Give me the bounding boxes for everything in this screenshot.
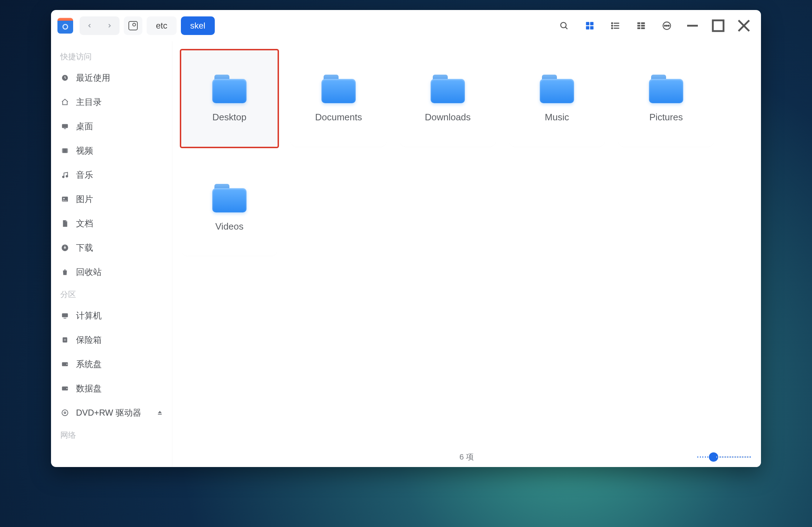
svg-rect-28: [64, 129, 66, 129]
sidebar-item-label: DVD+RW 驱动器: [76, 407, 141, 418]
status-text: 6 项: [460, 452, 474, 462]
svg-point-21: [668, 25, 669, 26]
folder-tile-desktop[interactable]: Desktop: [181, 50, 278, 147]
breadcrumb-root-disk[interactable]: [124, 16, 142, 35]
svg-rect-14: [638, 25, 640, 26]
folder-icon: [540, 75, 574, 103]
svg-point-9: [611, 22, 613, 24]
folder-icon: [649, 75, 683, 103]
music-icon: [60, 171, 70, 179]
svg-rect-23: [713, 20, 724, 31]
svg-point-45: [62, 410, 68, 416]
home-icon: [60, 98, 70, 106]
sidebar-item-label: 数据盘: [76, 383, 102, 394]
sidebar-item-label: 图片: [76, 194, 93, 205]
sidebar-section-quickaccess: 快捷访问: [51, 46, 172, 66]
clock-icon: [60, 74, 70, 82]
folder-tile-videos[interactable]: Videos: [181, 160, 278, 256]
folder-tile-pictures[interactable]: Pictures: [618, 50, 714, 147]
folder-grid: DesktopDocumentsDownloadsMusicPicturesVi…: [172, 41, 761, 288]
folder-icon: [212, 184, 247, 212]
zoom-slider[interactable]: [697, 452, 751, 462]
svg-rect-38: [64, 318, 66, 318]
folder-icon: [431, 75, 465, 103]
view-icons-button[interactable]: [579, 15, 600, 36]
svg-point-46: [64, 412, 66, 414]
folder-label: Videos: [215, 221, 243, 232]
maximize-button[interactable]: [707, 15, 729, 36]
minimize-button[interactable]: [682, 15, 703, 36]
svg-rect-5: [590, 26, 593, 29]
more-menu-button[interactable]: [656, 15, 677, 36]
svg-rect-47: [158, 414, 162, 415]
folder-label: Desktop: [212, 112, 246, 123]
folder-tile-downloads[interactable]: Downloads: [400, 50, 496, 147]
sidebar-item-systemdisk[interactable]: 系统盘: [51, 352, 172, 376]
svg-line-1: [565, 27, 568, 29]
sidebar: 快捷访问 最近使用 主目录 桌面 视频 音乐: [51, 41, 172, 467]
svg-rect-3: [590, 22, 593, 25]
folder-tile-documents[interactable]: Documents: [290, 50, 387, 147]
sidebar-item-trash[interactable]: 回收站: [51, 260, 172, 284]
titlebar: etc skel: [51, 10, 761, 41]
sidebar-item-label: 文档: [76, 218, 93, 229]
view-detail-button[interactable]: [630, 15, 652, 36]
sidebar-item-pictures[interactable]: 图片: [51, 187, 172, 211]
sidebar-item-recent[interactable]: 最近使用: [51, 66, 172, 90]
zoom-track: [697, 456, 751, 458]
close-button[interactable]: [733, 15, 755, 36]
svg-point-32: [62, 176, 64, 178]
sidebar-item-downloads[interactable]: 下载: [51, 236, 172, 260]
view-list-button[interactable]: [605, 15, 626, 36]
sidebar-item-label: 音乐: [76, 169, 93, 181]
content-area[interactable]: DesktopDocumentsDownloadsMusicPicturesVi…: [172, 41, 761, 467]
sidebar-item-documents[interactable]: 文档: [51, 211, 172, 236]
sidebar-item-label: 计算机: [76, 310, 102, 321]
sidebar-item-videos[interactable]: 视频: [51, 139, 172, 163]
file-manager-window: etc skel 快捷访问: [51, 10, 761, 467]
folder-icon: [321, 75, 356, 103]
svg-rect-4: [586, 26, 589, 29]
breadcrumb-skel[interactable]: skel: [181, 16, 215, 35]
svg-rect-31: [67, 149, 68, 153]
search-button[interactable]: [553, 15, 575, 36]
folder-label: Documents: [315, 112, 362, 123]
eject-icon[interactable]: [157, 408, 163, 418]
sidebar-item-desktop[interactable]: 桌面: [51, 114, 172, 139]
disk-icon: [60, 360, 70, 368]
picture-icon: [60, 195, 70, 203]
disc-icon: [60, 409, 70, 417]
sidebar-item-label: 主目录: [76, 96, 102, 108]
sidebar-item-computer[interactable]: 计算机: [51, 303, 172, 328]
sidebar-item-vault[interactable]: 保险箱: [51, 328, 172, 352]
folder-tile-music[interactable]: Music: [509, 50, 605, 147]
back-button[interactable]: [80, 16, 100, 35]
svg-rect-15: [641, 25, 645, 26]
desktop-icon: [60, 122, 70, 130]
zoom-thumb[interactable]: [709, 452, 718, 462]
forward-button[interactable]: [100, 16, 120, 35]
svg-rect-2: [586, 22, 589, 25]
sidebar-item-datadisk[interactable]: 数据盘: [51, 376, 172, 401]
svg-point-11: [611, 27, 613, 29]
sidebar-section-partition: 分区: [51, 284, 172, 303]
app-icon: [57, 18, 73, 34]
svg-point-20: [666, 25, 667, 26]
sidebar-item-music[interactable]: 音乐: [51, 163, 172, 187]
video-icon: [60, 147, 70, 155]
sidebar-item-dvdrw[interactable]: DVD+RW 驱动器: [51, 401, 172, 425]
sidebar-item-label: 保险箱: [76, 334, 102, 346]
folder-label: Downloads: [425, 112, 471, 123]
svg-rect-12: [638, 22, 640, 24]
svg-rect-37: [62, 313, 68, 317]
disk-icon: [60, 385, 70, 392]
breadcrumb-etc[interactable]: etc: [147, 16, 177, 35]
svg-rect-30: [62, 149, 63, 153]
sidebar-section-network: 网络: [51, 425, 172, 444]
sidebar-item-label: 最近使用: [76, 72, 110, 84]
trash-icon: [60, 268, 70, 276]
download-icon: [60, 244, 70, 252]
svg-rect-17: [641, 27, 645, 29]
sidebar-item-home[interactable]: 主目录: [51, 90, 172, 114]
folder-label: Pictures: [649, 112, 683, 123]
